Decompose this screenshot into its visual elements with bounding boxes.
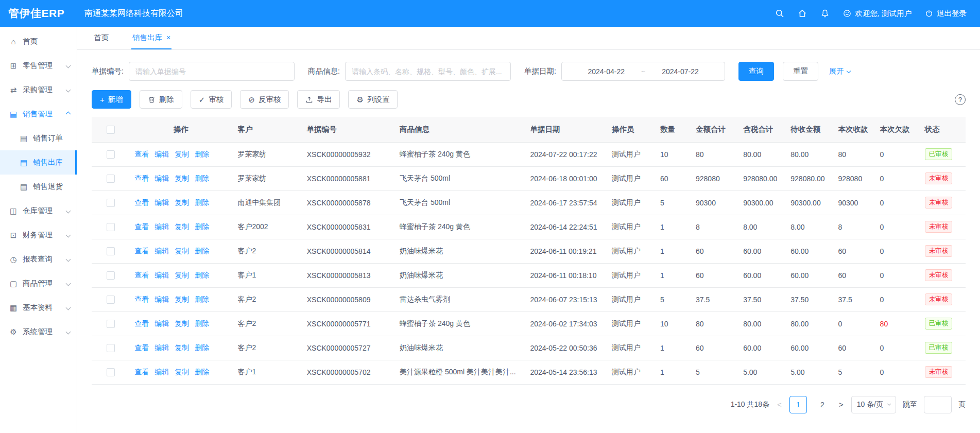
home-icon[interactable] xyxy=(798,9,807,18)
row-action-copy[interactable]: 复制 xyxy=(175,343,189,352)
sidebar-item-sales-outbound[interactable]: ▤ 销售出库 xyxy=(0,150,77,175)
row-action-copy[interactable]: 复制 xyxy=(175,150,189,158)
row-action-copy[interactable]: 复制 xyxy=(175,247,189,255)
row-action-copy[interactable]: 复制 xyxy=(175,198,189,206)
row-action-copy[interactable]: 复制 xyxy=(175,295,189,303)
row-action-edit[interactable]: 编辑 xyxy=(154,368,169,376)
date-from[interactable]: 2024-04-22 xyxy=(588,67,625,76)
sidebar-item-reports[interactable]: ◷ 报表查询 xyxy=(0,247,77,271)
row-action-view[interactable]: 查看 xyxy=(134,368,149,376)
sidebar-item-label: 系统管理 xyxy=(23,327,53,337)
row-action-delete[interactable]: 删除 xyxy=(195,295,209,303)
row-checkbox[interactable] xyxy=(107,150,115,159)
row-action-delete[interactable]: 删除 xyxy=(195,222,209,231)
row-action-edit[interactable]: 编辑 xyxy=(154,343,169,352)
receivable-cell: 60.00 xyxy=(785,263,833,287)
sidebar-item-retail[interactable]: ⊞ 零售管理 xyxy=(0,54,77,78)
row-action-delete[interactable]: 删除 xyxy=(195,247,209,255)
row-action-delete[interactable]: 删除 xyxy=(195,174,209,182)
sidebar-item-sales-return[interactable]: ▤ 销售退货 xyxy=(0,175,77,199)
row-action-copy[interactable]: 复制 xyxy=(175,174,189,182)
page-button-1[interactable]: 1 xyxy=(789,396,807,413)
row-action-view[interactable]: 查看 xyxy=(134,295,149,303)
row-action-copy[interactable]: 复制 xyxy=(175,271,189,279)
row-action-edit[interactable]: 编辑 xyxy=(154,150,169,158)
row-action-copy[interactable]: 复制 xyxy=(175,368,189,376)
row-action-edit[interactable]: 编辑 xyxy=(154,319,169,327)
reset-button[interactable]: 重置 xyxy=(783,62,818,81)
help-icon[interactable]: ? xyxy=(955,94,966,105)
logout-button[interactable]: 退出登录 xyxy=(925,9,967,19)
sidebar-item-system[interactable]: ⚙ 系统管理 xyxy=(0,320,77,344)
close-icon[interactable]: × xyxy=(166,34,170,41)
row-action-view[interactable]: 查看 xyxy=(134,222,149,231)
delete-button[interactable]: 删除 xyxy=(140,90,182,109)
row-action-view[interactable]: 查看 xyxy=(134,198,149,206)
search-icon[interactable] xyxy=(775,9,784,18)
row-checkbox[interactable] xyxy=(107,296,115,304)
row-checkbox[interactable] xyxy=(107,344,115,352)
tab-sales-outbound[interactable]: 销售出库 × xyxy=(131,27,171,49)
row-action-edit[interactable]: 编辑 xyxy=(154,174,169,182)
page-button-2[interactable]: 2 xyxy=(814,396,831,413)
doc-no-input[interactable] xyxy=(129,62,295,81)
status-badge: 已审核 xyxy=(925,318,953,330)
row-action-copy[interactable]: 复制 xyxy=(175,319,189,327)
date-range-input[interactable]: 2024-04-22 ~ 2024-07-22 xyxy=(561,62,725,81)
row-action-delete[interactable]: 删除 xyxy=(195,150,209,158)
add-button[interactable]: + 新增 xyxy=(92,90,131,109)
row-checkbox[interactable] xyxy=(107,320,115,328)
row-action-delete[interactable]: 删除 xyxy=(195,198,209,206)
row-action-copy[interactable]: 复制 xyxy=(175,222,189,231)
row-checkbox[interactable] xyxy=(107,368,115,376)
status-cell: 未审核 xyxy=(920,166,966,190)
row-action-delete[interactable]: 删除 xyxy=(195,271,209,279)
product-info-input[interactable] xyxy=(345,62,511,81)
row-action-edit[interactable]: 编辑 xyxy=(154,295,169,303)
row-checkbox[interactable] xyxy=(107,175,115,183)
prev-page-button[interactable]: < xyxy=(776,400,783,409)
sidebar-item-basic-data[interactable]: ▦ 基本资料 xyxy=(0,296,77,320)
page-size-select[interactable]: 10 条/页 xyxy=(851,396,896,413)
row-action-delete[interactable]: 删除 xyxy=(195,343,209,352)
sidebar-item-purchase[interactable]: ⇄ 采购管理 xyxy=(0,78,77,102)
row-checkbox[interactable] xyxy=(107,247,115,255)
row-action-edit[interactable]: 编辑 xyxy=(154,247,169,255)
export-button[interactable]: 导出 xyxy=(297,90,340,109)
row-checkbox[interactable] xyxy=(107,199,115,207)
search-button[interactable]: 查询 xyxy=(738,62,774,81)
row-action-view[interactable]: 查看 xyxy=(134,271,149,279)
row-action-delete[interactable]: 删除 xyxy=(195,368,209,376)
row-action-edit[interactable]: 编辑 xyxy=(154,271,169,279)
date-to[interactable]: 2024-07-22 xyxy=(662,67,699,76)
column-settings-button[interactable]: ⚙ 列设置 xyxy=(348,90,398,109)
row-checkbox[interactable] xyxy=(107,271,115,280)
next-page-button[interactable]: > xyxy=(838,400,845,409)
expand-link[interactable]: 展开 xyxy=(829,66,850,76)
sidebar-item-sales-order[interactable]: ▤ 销售订单 xyxy=(0,126,77,150)
row-action-delete[interactable]: 删除 xyxy=(195,319,209,327)
row-action-view[interactable]: 查看 xyxy=(134,319,149,327)
jump-page-input[interactable] xyxy=(924,396,952,413)
user-welcome[interactable]: 欢迎您, 测试用户 xyxy=(843,9,912,19)
bell-icon[interactable] xyxy=(820,9,830,18)
sidebar-item-home[interactable]: ⌂ 首页 xyxy=(0,29,77,54)
row-checkbox[interactable] xyxy=(107,223,115,231)
sidebar-item-products[interactable]: ▢ 商品管理 xyxy=(0,271,77,296)
row-action-view[interactable]: 查看 xyxy=(134,174,149,182)
audit-button[interactable]: ✓ 审核 xyxy=(191,90,232,109)
row-action-view[interactable]: 查看 xyxy=(134,150,149,158)
row-action-edit[interactable]: 编辑 xyxy=(154,198,169,206)
sidebar-item-warehouse[interactable]: ◫ 仓库管理 xyxy=(0,199,77,223)
sidebar-item-finance[interactable]: ⊡ 财务管理 xyxy=(0,223,77,247)
sidebar-item-sales[interactable]: ▤ 销售管理 xyxy=(0,102,77,126)
tab-home[interactable]: 首页 xyxy=(93,27,110,49)
row-action-view[interactable]: 查看 xyxy=(134,343,149,352)
select-all-checkbox[interactable] xyxy=(107,126,115,134)
row-action-edit[interactable]: 编辑 xyxy=(154,222,169,231)
owed-cell: 0 xyxy=(875,215,920,239)
row-action-view[interactable]: 查看 xyxy=(134,247,149,255)
sidebar-item-label: 商品管理 xyxy=(23,279,53,288)
actions-cell: 查看编辑复制删除 xyxy=(129,336,232,360)
unaudit-button[interactable]: ⊘ 反审核 xyxy=(240,90,289,109)
